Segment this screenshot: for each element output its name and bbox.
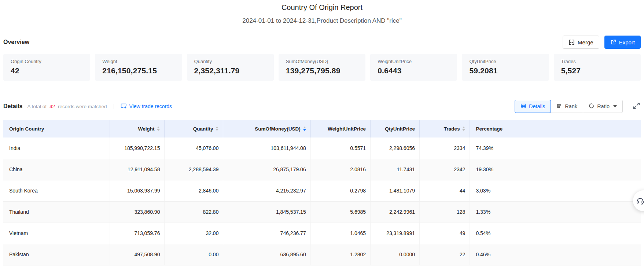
table-row-pakistan[interactable]: Pakistan 497,508.90 0.00 636,895.60 1.28… xyxy=(3,244,641,265)
cell-origin-country: Thailand xyxy=(3,201,110,223)
cell-trades: 128 xyxy=(420,201,470,223)
stat-value: 42 xyxy=(11,66,83,75)
details-heading: Details xyxy=(3,103,22,110)
window-arrow-icon xyxy=(121,103,127,110)
col-label: WeightUnitPrice xyxy=(328,126,366,132)
col-label: Percentage xyxy=(476,126,503,132)
cell-quantity: 32.00 xyxy=(165,223,223,244)
stat-value: 2,352,311.79 xyxy=(194,66,266,75)
cell-weight: 15,063,937.99 xyxy=(110,180,165,201)
stat-label: QtyUnitPrice xyxy=(469,59,541,64)
cell-weight: 12,911,094.58 xyxy=(110,159,165,180)
circle-ratio-icon xyxy=(589,103,595,110)
chevron-down-icon xyxy=(613,105,617,107)
cell-origin-country: South Korea xyxy=(3,180,110,201)
cell-weight-unit-price: 0.2798 xyxy=(310,180,370,201)
merge-button-label: Merge xyxy=(578,39,593,45)
stat-value: 59.2081 xyxy=(469,66,541,75)
cell-weight-unit-price: 5.6985 xyxy=(310,201,370,223)
overview-cards: Origin Country 42 Weight 216,150,275.15 … xyxy=(3,54,641,81)
cell-qty-unit-price: 2,298.6056 xyxy=(371,138,420,159)
cell-qty-unit-price: 0.0000 xyxy=(371,244,420,265)
cell-sum-of-money: 103,611,944.08 xyxy=(223,138,310,159)
report-page: Country Of Origin Report 2024-01-01 to 2… xyxy=(0,3,644,275)
col-header-quantity[interactable]: Quantity xyxy=(165,120,223,138)
col-header-sum-of-money[interactable]: SumOfMoney(USD) xyxy=(223,120,310,138)
cell-percentage: 0.54% xyxy=(470,223,641,244)
cell-percentage: 0.46% xyxy=(470,244,641,265)
tab-details[interactable]: Details xyxy=(515,100,551,113)
stat-label: Weight xyxy=(102,59,174,64)
cell-quantity: 45,076.00 xyxy=(165,138,223,159)
view-trade-records-link[interactable]: View trade records xyxy=(121,103,172,110)
caret-sort-icon-desc-active xyxy=(303,126,306,131)
stat-card-sum-of-money: SumOfMoney(USD) 139,275,795.89 xyxy=(279,54,365,81)
cell-sum-of-money: 26,875,179.06 xyxy=(223,159,310,180)
table-grid-icon xyxy=(520,103,526,110)
col-label: Quantity xyxy=(193,126,213,132)
details-bar: Details A total of 42 records were match… xyxy=(3,100,641,113)
export-button[interactable]: Export xyxy=(604,36,641,49)
cell-origin-country: India xyxy=(3,138,110,159)
view-trade-records-label: View trade records xyxy=(129,103,172,109)
stat-card-quantity: Quantity 2,352,311.79 xyxy=(187,54,274,81)
match-prefix: A total of xyxy=(27,104,47,109)
cell-qty-unit-price: 2,242.9961 xyxy=(371,201,420,223)
stat-label: SumOfMoney(USD) xyxy=(286,59,358,64)
export-icon xyxy=(610,39,616,45)
cell-qty-unit-price: 23,319.8991 xyxy=(371,223,420,244)
table-row-india[interactable]: India 185,990,722.15 45,076.00 103,611,9… xyxy=(3,138,641,159)
stat-value: 139,275,795.89 xyxy=(286,66,358,75)
cell-sum-of-money: 1,845,537.15 xyxy=(223,201,310,223)
cell-sum-of-money: 636,895.60 xyxy=(223,244,310,265)
merge-button[interactable]: Merge xyxy=(563,36,599,49)
table-header-row: Origin Country Weight Quantity SumOfMone… xyxy=(3,120,641,138)
stat-label: Quantity xyxy=(194,59,266,64)
caret-sort-icon xyxy=(157,126,160,131)
cell-percentage: 3.03% xyxy=(470,180,641,201)
caret-sort-icon xyxy=(216,126,218,131)
match-summary: A total of 42 records were matched xyxy=(27,104,107,109)
view-switcher: Details Rank Ratio xyxy=(515,100,623,113)
details-table: Origin Country Weight Quantity SumOfMone… xyxy=(3,120,641,265)
cell-origin-country: China xyxy=(3,159,110,180)
cell-trades: 2334 xyxy=(420,138,470,159)
cell-percentage: 19.30% xyxy=(470,159,641,180)
match-suffix: records were matched xyxy=(58,104,107,109)
tab-rank[interactable]: Rank xyxy=(551,100,583,113)
fullscreen-button[interactable] xyxy=(632,102,641,111)
stat-card-qty-unit-price: QtyUnitPrice 59.2081 xyxy=(462,54,549,81)
cell-quantity: 2,288,594.39 xyxy=(165,159,223,180)
col-label: Trades xyxy=(444,126,460,132)
merge-cells-icon xyxy=(568,39,575,45)
cell-trades: 44 xyxy=(420,180,470,201)
stat-label: WeightUnitPrice xyxy=(378,59,450,64)
table-view-tools: Details Rank Ratio xyxy=(515,100,641,113)
col-header-trades[interactable]: Trades xyxy=(420,120,470,138)
export-button-label: Export xyxy=(619,39,635,45)
fullscreen-expand-icon xyxy=(633,105,640,110)
col-header-weight[interactable]: Weight xyxy=(110,120,165,138)
col-label: QtyUnitPrice xyxy=(385,126,415,132)
stat-card-weight: Weight 216,150,275.15 xyxy=(95,54,182,81)
col-label: Weight xyxy=(138,126,155,132)
table-row-thailand[interactable]: Thailand 323,860.90 822.80 1,845,537.15 … xyxy=(3,201,641,223)
stat-value: 216,150,275.15 xyxy=(102,66,174,75)
table-row-south-korea[interactable]: South Korea 15,063,937.99 2,846.00 4,215… xyxy=(3,180,641,201)
tab-ratio[interactable]: Ratio xyxy=(583,100,623,113)
stat-value: 0.6443 xyxy=(378,66,450,75)
col-header-percentage: Percentage xyxy=(470,120,641,138)
page-title: Country Of Origin Report xyxy=(3,3,641,12)
cell-percentage: 74.39% xyxy=(470,138,641,159)
match-count: 42 xyxy=(48,104,56,109)
page-subtitle: 2024-01-01 to 2024-12-31,Product Descrip… xyxy=(3,17,641,25)
table-row-china[interactable]: China 12,911,094.58 2,288,594.39 26,875,… xyxy=(3,159,641,180)
cell-weight: 497,508.90 xyxy=(110,244,165,265)
col-label: Origin Country xyxy=(9,126,44,132)
table-row-vietnam[interactable]: Vietnam 713,059.76 32.00 746,236.77 1.04… xyxy=(3,223,641,244)
cell-qty-unit-price: 1,481.1079 xyxy=(371,180,420,201)
cell-weight-unit-price: 1.2802 xyxy=(310,244,370,265)
stat-card-weight-unit-price: WeightUnitPrice 0.6443 xyxy=(370,54,457,81)
cell-weight-unit-price: 0.5571 xyxy=(310,138,370,159)
cell-origin-country: Pakistan xyxy=(3,244,110,265)
